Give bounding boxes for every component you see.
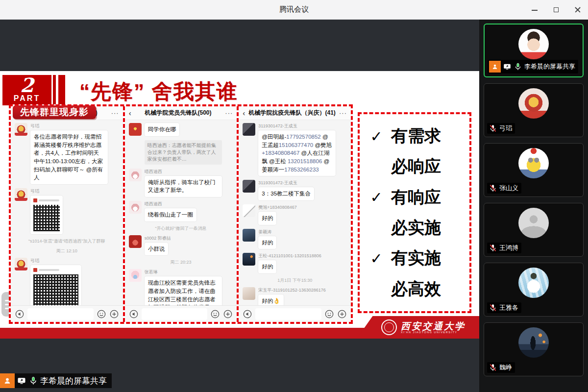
plus-icon [337,309,347,319]
sender-name: 弓瑫 [30,123,108,129]
message-body: 樊旭+18340808467好的 [258,204,296,225]
mic-on-icon [28,376,38,386]
red-envelope-avatar [129,123,142,136]
chat-messages: 弓瑫各位志愿者同学好，现需招募涵英楼餐厅秩序维护志愿者，共4人，工作时间明天中午… [11,120,123,305]
participant-tile[interactable]: 张山义 [484,143,584,197]
section-badge: 先锋群里现身影 [13,105,96,119]
photo-blue-avatar [243,229,255,242]
checklist-text: 有需求 [391,125,441,147]
chat-input-bar [239,305,351,322]
plus-icon [109,309,119,319]
sender-name: 樊旭+18340808467 [258,204,296,211]
minimize-icon[interactable] [531,6,538,13]
photo-light-avatar [243,287,255,300]
message-bubble: 同学你在哪 [145,123,180,136]
photo-night-avatar [243,253,255,266]
person-icon [489,61,501,73]
chat-messages: 3119301472-王成玉@田明超-17792570852 @王孟超15106… [239,120,351,305]
message-input [255,308,321,320]
qr-code-image [33,205,60,231]
screenshare-icon [503,62,512,71]
more-icon: ··· [111,109,119,117]
participant-tile[interactable]: 李希晨的屏幕共享 [484,24,584,77]
check-icon: ✓ [368,250,385,267]
chat-message: 3119301472-王成玉3：35教二楼下集合 [243,180,347,200]
sender-name: 宋玉平-3119101252-13630286176 [258,287,325,294]
girl-pink-avatar [129,269,142,282]
part-number: 2 [2,75,51,96]
timestamp: 1月1日 下午15:30 [243,277,347,284]
message-body: 唔西迪西俺听从指挥，骑车出了校门又进来了新华。 [145,169,222,197]
chat-screenshot: ‹机械学院党员先锋队(500)···同学你在哪唔西迪西：志愿者能不能提前集合过来… [123,106,237,322]
close-icon[interactable] [574,6,581,13]
emoji-icon [210,309,220,319]
checklist-row: 必实施 [368,217,469,239]
more-icon: ··· [225,109,233,117]
qr-code-card [30,196,63,234]
check-icon: ✓ [368,189,385,206]
presentation-slide: 2 PART “先锋” 舍我其谁 ‹机械学院党员先锋队(500)···弓瑫各位志… [0,71,479,339]
mic-muted-icon [489,184,497,193]
message-bubble: 绕着假山走了一圈 [145,208,196,221]
message-bubble: 好的 [258,260,276,273]
checklist-text: 有响应 [391,186,441,209]
message-bubble: 3：35教二楼下集合 [258,187,314,200]
voice-icon [15,309,24,319]
qr-code-card [30,265,81,305]
decor-bar-thick [58,75,65,105]
university-name: 西安交通大学 [401,321,466,331]
mic-on-icon [514,62,522,71]
screenshare-icon [17,376,26,386]
participant-tile[interactable]: 王鸿博 [484,203,584,257]
sender-name: 唔西迪西 [145,201,196,207]
participant-name: 弓瑫 [499,124,512,133]
message-bubble: 各位志愿者同学好，现需招募涵英楼餐厅秩序维护志愿者，共4人，工作时间明天中午11… [30,130,108,184]
night-scene-avatar [518,327,549,358]
message-bubble: 好的 [258,212,276,225]
participant-tile[interactable]: 弓瑫 [484,83,584,137]
participant-label: 张山义 [487,183,521,194]
quoted-reply: 唔西迪西：志愿者能不能提前集合过来？负责人带队，两次了人家保安都拦着不… [145,140,222,165]
chat-message: s0002 郭睿喆小群说 [129,235,233,256]
message-input [142,308,208,320]
participant-label: 李希晨的屏幕共享 [488,60,578,74]
participant-label: 王雅各 [487,302,521,313]
photo-dark-avatar [243,180,255,193]
part-label: PART [2,94,51,103]
message-bubble: 俺听从指挥，骑车出了校门又进来了新华。 [145,176,222,197]
participant-tile[interactable]: 魏峥 [484,322,584,376]
participant-name: 魏峥 [499,363,512,372]
voice-icon [129,309,139,319]
ironman-avatar [15,258,27,270]
sender-name: 3119301472-王成玉 [258,180,314,186]
mic-muted-icon [489,363,497,372]
chat-group-title: 机械学院党员先锋队(500) [131,109,225,117]
chat-screenshots-frame: ‹机械学院党员先锋队(500)···弓瑫各位志愿者同学好，现需招募涵英楼餐厅秩序… [9,104,353,324]
message-body: s0002 郭睿喆小群说 [145,235,171,256]
meeting-window: 腾讯会议 2 PART “先锋” 舍我其谁 ‹机械学院党员先锋队(500)···… [0,0,588,392]
timestamp: 周二 12:10 [15,248,119,254]
participant-name: 王雅各 [499,303,518,312]
chat-message: 樊旭+18340808467好的 [243,204,347,225]
chat-message: 姜颖涛好的 [243,229,347,249]
slide-title: “先锋” 舍我其谁 [79,78,238,105]
university-footer: 西安交通大学 XI'AN JIAOTONG UNIVERSITY [357,316,479,339]
participant-label: 王鸿博 [487,243,521,253]
qr-code-image [33,274,78,305]
shared-screen-view: 2 PART “先锋” 舍我其谁 ‹机械学院党员先锋队(500)···弓瑫各位志… [0,20,479,392]
qr-card-header [33,198,60,202]
participant-tile[interactable]: 王雅各 [484,263,584,317]
window-title: 腾讯会议 [279,5,309,14]
share-banner: 李希晨的屏幕共享 [0,373,112,388]
decor-bar-thin [53,75,56,105]
sender-name: 弓瑫 [30,258,81,264]
check-icon: ✓ [368,128,385,145]
titlebar: 腾讯会议 [0,0,588,20]
university-name-block: 西安交通大学 XI'AN JIAOTONG UNIVERSITY [401,321,466,334]
participant-label: 魏峥 [487,362,515,373]
maximize-icon[interactable] [553,6,560,13]
chat-message: 同学你在哪 [129,123,233,136]
message-body: 弓瑫 [30,188,63,234]
chat-message: 唔西迪西绕着假山走了一圈 [129,201,233,221]
timestamp: 周二 20:23 [129,259,233,266]
